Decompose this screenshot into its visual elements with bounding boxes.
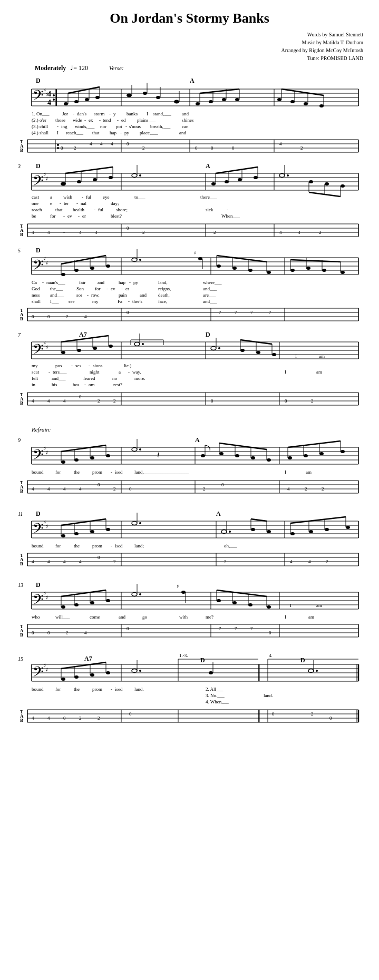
tempo-label: Moderately [35,64,66,72]
svg-text:B: B [20,148,23,153]
svg-text:7: 7 [18,332,21,338]
svg-text:Fa: Fa [118,299,122,304]
svg-text:-: - [71,363,73,368]
svg-point-349 [109,345,113,348]
svg-point-690 [209,671,213,674]
svg-text:naan's___: naan's___ [46,280,65,285]
svg-point-365 [256,351,260,354]
svg-text:death,: death, [158,292,170,298]
svg-text:and___: and___ [52,376,66,381]
svg-text:py: py [124,130,130,135]
sheet-music-svg: D A 𝄢 4 4 ♯ ♯ [16,73,363,969]
svg-text:4: 4 [79,230,82,235]
svg-text:and___: and___ [203,299,217,304]
svg-text:e: e [50,201,52,206]
svg-point-238 [61,273,65,276]
svg-point-607 [139,593,141,595]
svg-text:land;: land; [134,543,144,548]
svg-point-37 [209,100,213,103]
svg-point-361 [211,347,216,350]
svg-text:can: can [182,124,189,129]
svg-text:felt: felt [32,376,38,381]
svg-text:-: - [94,207,95,212]
svg-text:-: - [63,213,65,219]
svg-text:4: 4 [32,486,34,492]
svg-text:land.: land. [134,687,144,692]
svg-text:4: 4 [84,630,87,635]
svg-point-21 [74,100,79,103]
svg-text:D: D [36,581,41,589]
svg-point-535 [267,530,271,533]
svg-line-616 [217,590,267,596]
svg-text:𝄢: 𝄢 [33,521,44,540]
svg-text:ised: ised [115,687,123,692]
svg-text:go: go [142,614,148,620]
svg-text:er: er [82,213,86,219]
svg-text:2: 2 [311,398,314,404]
svg-text:0: 0 [211,398,213,404]
svg-point-594 [181,591,186,594]
svg-text:for: for [95,286,101,291]
svg-text:prom: prom [92,543,102,548]
svg-text:4: 4 [32,716,34,721]
svg-point-439 [90,456,94,459]
svg-text:storm: storm [94,111,105,116]
svg-text:4: 4 [63,398,66,404]
svg-text:2: 2 [305,486,307,492]
svg-text:land,: land, [158,280,168,285]
svg-point-25 [95,96,100,99]
svg-text:-: - [111,469,112,475]
svg-text:0: 0 [211,145,213,151]
svg-point-437 [61,460,65,464]
svg-point-440 [106,454,110,457]
svg-text:-: - [99,117,101,123]
svg-point-48 [319,104,324,107]
svg-text:4: 4 [63,486,66,492]
svg-text:𝄢: 𝄢 [33,257,44,276]
svg-text:nal: nal [81,201,86,206]
svg-text:-: - [106,286,108,291]
svg-point-30 [143,92,147,95]
svg-text:A: A [190,77,195,84]
svg-text:-: - [78,213,80,219]
svg-point-263 [306,267,310,270]
svg-text:me?: me? [206,614,213,620]
svg-text:land,___________________: land,___________________ [134,469,189,475]
svg-text:A7: A7 [84,655,92,662]
svg-text:0: 0 [47,630,50,635]
svg-text:ing: ing [61,124,67,129]
svg-text:for: for [50,213,56,219]
svg-line-547 [290,517,346,523]
svg-text:0: 0 [195,145,198,151]
svg-text:I: I [295,354,297,359]
svg-line-158 [216,167,258,173]
svg-text:pain: pain [119,292,127,298]
svg-text:am: am [316,369,322,375]
svg-point-249 [139,259,141,261]
svg-point-241 [106,264,110,268]
svg-text:4: 4 [47,716,50,721]
svg-text:eye: eye [103,194,110,200]
svg-text:𝄽: 𝄽 [157,452,160,458]
svg-point-597 [74,603,79,606]
svg-point-461 [288,456,292,459]
svg-text:are___: are___ [203,292,216,298]
svg-text:2: 2 [66,630,69,635]
svg-text:B: B [20,561,23,566]
svg-text:-: - [125,124,127,129]
svg-point-348 [93,347,97,350]
svg-text:4: 4 [79,559,82,564]
svg-point-159 [279,174,285,178]
svg-line-445 [61,445,106,452]
svg-text:and: and [179,130,186,135]
svg-text:prom: prom [92,687,102,692]
svg-text:0: 0 [127,310,129,315]
svg-point-446 [132,448,137,452]
svg-text:B: B [20,718,23,723]
svg-point-364 [240,349,245,352]
svg-text:the: the [74,469,80,475]
svg-text:4: 4 [47,486,50,492]
svg-text:0: 0 [98,482,100,487]
svg-text:ses: ses [75,363,81,368]
svg-text:0: 0 [47,314,50,319]
